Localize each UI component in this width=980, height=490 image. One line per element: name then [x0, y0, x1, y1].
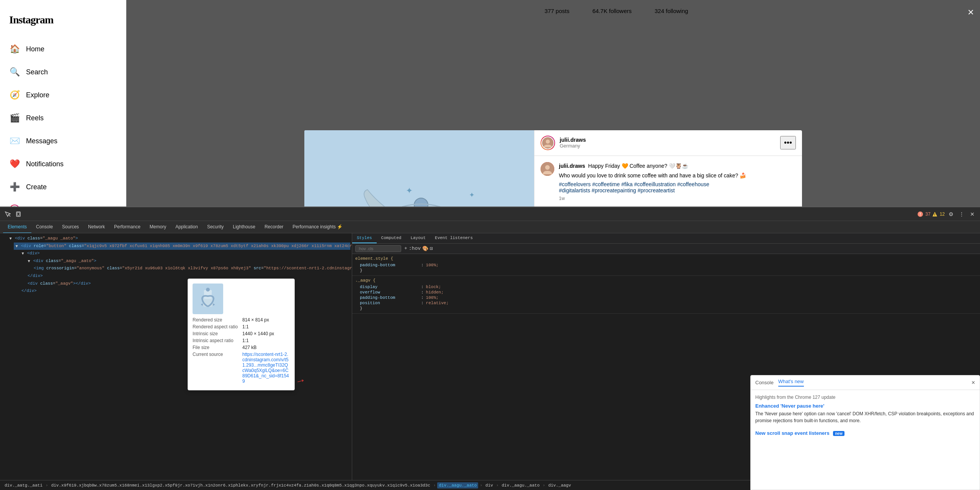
post-location: Germany [560, 143, 780, 149]
svg-point-16 [545, 165, 550, 170]
tooltip-label: Current source [193, 352, 242, 384]
html-line[interactable]: ▶ <div class="_aagu _aato"> [26, 257, 350, 265]
html-line[interactable]: ▶ <div class="_aagu _aato"> [8, 235, 350, 243]
tab-security[interactable]: Security [203, 221, 228, 233]
tooltip-thumb-img [194, 285, 221, 312]
styles-tab-event-listeners[interactable]: Event listeners [430, 233, 477, 243]
sidebar-item-create[interactable]: ➕ Create [5, 176, 121, 198]
caption-avatar-img [541, 162, 554, 176]
prop-name: padding-bottom [360, 263, 421, 267]
tab-network[interactable]: Network [83, 221, 109, 233]
heart-icon: ❤️ [9, 159, 20, 169]
tooltip-thumbnail [193, 284, 223, 314]
whatsnew-tab-active[interactable]: What's new [778, 379, 804, 387]
sidebar-item-explore[interactable]: 🧭 Explore [5, 84, 121, 106]
prop-name: overflow [360, 290, 421, 295]
messages-icon: ✉️ [9, 136, 20, 146]
tooltip-source-link[interactable]: https://scontent-nrt1-2.cdninstagram.com… [242, 352, 290, 384]
caption-hashtags: #coffeelovers #coffeetime #fika #coffeei… [559, 181, 796, 193]
image-tooltip: Rendered size 814 × 814 px Rendered aspe… [188, 279, 295, 390]
breadcrumb-item[interactable]: div.x9f619.xjbqb8w.x78zum5.x168nmei.x13l… [50, 482, 352, 488]
styles-panel-tabs: Styles Computed Layout Event listeners [352, 233, 980, 244]
css-property: overflow : hidden; [355, 290, 977, 295]
color-palettes-icon[interactable]: 🎨 [422, 246, 428, 252]
explore-icon: 🧭 [9, 90, 20, 100]
post-author-avatar [541, 136, 554, 149]
whatsnew-console-tab[interactable]: Console [755, 380, 774, 385]
html-line[interactable]: </div> [20, 287, 350, 295]
prop-colon: : [421, 285, 424, 289]
sidebar-item-messages[interactable]: ✉️ Messages [5, 130, 121, 152]
new-badge: new [833, 431, 844, 436]
sidebar-item-home[interactable]: 🏠 Home [5, 38, 121, 60]
tooltip-value: 1:1 [242, 324, 290, 329]
sidebar-item-search[interactable]: 🔍 Search [5, 61, 121, 83]
tab-recorder[interactable]: Recorder [260, 221, 288, 233]
svg-point-36 [206, 288, 210, 292]
svg-point-14 [546, 139, 550, 144]
svg-point-29 [18, 216, 19, 216]
pseudo-element-icon[interactable]: :hov [409, 246, 421, 252]
sidebar-item-notifications[interactable]: ❤️ Notifications [5, 153, 121, 175]
search-icon: 🔍 [9, 67, 20, 77]
devtools-settings-icon[interactable]: ⚙ [946, 210, 956, 219]
css-property: display : block; [355, 284, 977, 290]
prop-colon: : [421, 295, 424, 300]
tab-memory[interactable]: Memory [145, 221, 171, 233]
caption-extra: Who would you love to drink some coffee … [559, 172, 796, 180]
css-selector: element.style { [355, 256, 977, 261]
prop-value: relative; [426, 301, 449, 305]
post-author-info: julii.draws Germany [560, 137, 780, 149]
devtools-close-button[interactable]: ✕ [968, 210, 977, 219]
html-line[interactable]: ▶ <div> [20, 250, 350, 257]
html-line-selected[interactable]: ▶ <div role="button" class="x1qjc9v5 x97… [14, 243, 350, 250]
sidebar-item-notifications-label: Notifications [26, 160, 64, 168]
sidebar-item-reels-label: Reels [26, 114, 44, 122]
tab-performance-insights[interactable]: Performance insights ⚡ [288, 221, 347, 233]
author-avatar-img [542, 136, 554, 149]
device-toolbar-button[interactable] [14, 210, 23, 219]
more-options-button[interactable]: ••• [780, 136, 796, 149]
tooltip-row: Rendered aspect ratio 1:1 [193, 324, 290, 329]
sidebar-item-home-label: Home [26, 45, 44, 53]
tab-elements[interactable]: Elements [3, 221, 31, 233]
css-property: padding-bottom : 100%; [355, 295, 977, 300]
post-caption: julii.draws Happy Friday 🧡 Coffee anyone… [541, 162, 796, 201]
feature-title[interactable]: Enhanced 'Never pause here' [755, 403, 975, 409]
tooltip-label: Intrinsic aspect ratio [193, 338, 242, 343]
tooltip-row: File size 427 kB [193, 345, 290, 350]
svg-text:!: ! [934, 213, 935, 216]
styles-tab-styles[interactable]: Styles [352, 233, 377, 243]
tooltip-value: 427 kB [242, 345, 290, 350]
modal-close-button[interactable]: × [968, 6, 974, 18]
prop-colon: : [421, 301, 424, 305]
sidebar-item-messages-label: Messages [26, 137, 57, 145]
tab-sources[interactable]: Sources [57, 221, 83, 233]
shadow-editor-icon[interactable]: ⊡ [430, 246, 433, 252]
inspect-element-button[interactable] [3, 210, 12, 219]
whatsnew-close-button[interactable]: × [972, 379, 975, 386]
prop-value: 100%; [426, 263, 439, 267]
filter-icon[interactable]: + [404, 246, 407, 252]
styles-filter-bar: + :hov 🎨 ⊡ [352, 244, 980, 254]
svg-text:✦: ✦ [406, 186, 413, 195]
html-line[interactable]: <img crossorigin="anonymous" class="x5yr… [32, 265, 350, 272]
breadcrumb-item[interactable]: div._aatg._aati [3, 482, 44, 488]
whatsnew-feature-scroll-snap: New scroll snap event listeners new [755, 430, 975, 436]
styles-tab-computed[interactable]: Computed [377, 233, 406, 243]
prop-value: block; [426, 285, 441, 289]
svg-text:✦: ✦ [469, 191, 475, 199]
tab-lighthouse[interactable]: Lighthouse [228, 221, 260, 233]
post-author-avatar-ring [541, 136, 555, 150]
styles-tab-layout[interactable]: Layout [406, 233, 430, 243]
sidebar-item-reels[interactable]: 🎬 Reels [5, 107, 121, 129]
tab-application[interactable]: Application [171, 221, 203, 233]
devtools-overflow-icon[interactable]: ⋮ [957, 210, 966, 219]
tab-performance[interactable]: Performance [109, 221, 145, 233]
sidebar-item-create-label: Create [26, 183, 47, 191]
styles-filter-input[interactable] [355, 245, 401, 252]
feature-title[interactable]: New scroll snap event listeners new [755, 430, 975, 436]
tooltip-row: Intrinsic size 1440 × 1440 px [193, 331, 290, 336]
plus-icon: ➕ [9, 182, 20, 192]
tab-console[interactable]: Console [31, 221, 57, 233]
